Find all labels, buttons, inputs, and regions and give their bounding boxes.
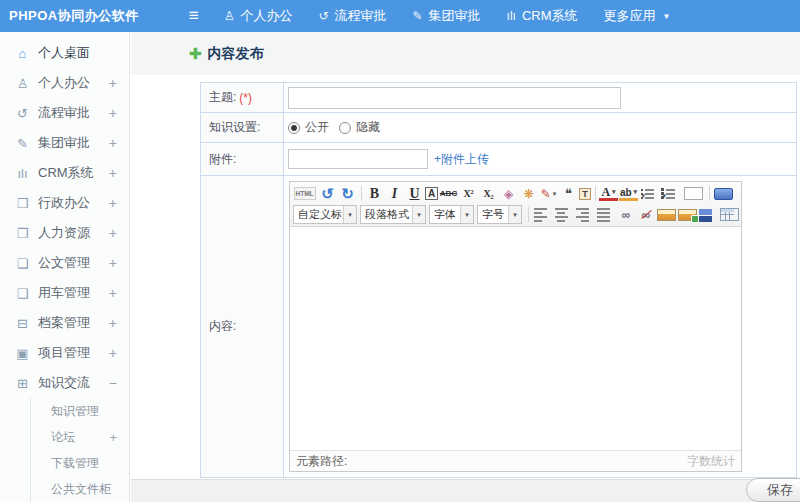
fullscreen-icon[interactable] [714,188,733,200]
table-icon[interactable] [720,208,739,221]
italic-icon[interactable]: I [385,184,404,203]
font-size-select[interactable]: 字号▾ [477,205,522,224]
dropdown-arrow-icon: ▾ [412,206,425,223]
sidebar-subitem-download-management[interactable]: 下载管理 [31,450,129,476]
radio-hidden[interactable] [339,122,351,134]
sidebar-item-group-approval[interactable]: ✎集团审批+ [0,128,129,158]
sidebar-item-personal-office[interactable]: ♙个人办公+ [0,68,129,98]
expand-icon[interactable]: + [109,430,117,445]
clean-format-icon[interactable]: ❋ [519,184,538,203]
new-page-icon[interactable] [684,187,703,200]
eraser-icon[interactable]: ◈ [499,184,518,203]
editor-content-area[interactable] [290,227,741,450]
dropdown-arrow-icon: ▾ [642,192,646,199]
redo-icon[interactable]: ↻ [338,184,357,203]
sidebar-item-document-management[interactable]: ❏公文管理+ [0,248,129,278]
unlink-icon[interactable]: ∞ [637,205,656,224]
user-icon: ♙ [224,9,235,23]
radio-public-label[interactable]: 公开 [305,119,329,136]
align-center-icon[interactable] [554,207,573,222]
element-path-label: 元素路径: [296,453,347,470]
blockquote-icon[interactable]: ❝ [559,184,578,203]
topbar-item-label: 个人办公 [240,7,292,25]
font-color-icon[interactable]: A▾ [599,186,618,201]
user-icon: ♙ [14,76,31,91]
undo-icon[interactable]: ↺ [318,184,337,203]
expand-icon[interactable]: + [109,345,117,361]
ordered-list-icon[interactable]: ▾ [640,186,659,201]
attachment-upload-link[interactable]: +附件上传 [434,151,489,168]
superscript-icon[interactable]: X² [459,184,478,203]
subscript-icon[interactable]: X₂ [479,184,498,203]
sidebar-subitem-public-file-cabinet[interactable]: 公共文件柜 [31,476,129,502]
save-button[interactable]: 保存 [746,478,800,502]
expand-icon[interactable]: + [109,135,117,151]
insert-image-icon[interactable] [678,209,697,221]
sidebar-subitem-knowledge-management[interactable]: 知识管理 [31,398,129,424]
add-icon: ✚ [189,45,202,63]
align-right-icon[interactable] [575,207,594,222]
knowledge-label-text: 知识设置: [209,119,260,136]
briefcase-icon: ❒ [14,196,31,211]
sidebar-item-knowledge-exchange[interactable]: ⊞知识交流− [0,368,129,398]
underline-icon[interactable]: U [405,184,424,203]
sidebar-subitem-label: 论坛 [51,429,75,446]
align-justify-icon[interactable] [596,207,615,222]
bordered-text-icon[interactable]: A [425,187,438,200]
bold-icon[interactable]: B [365,184,384,203]
sidebar-item-admin-office[interactable]: ❒行政办公+ [0,188,129,218]
expand-icon[interactable]: + [109,105,117,121]
expand-icon[interactable]: + [109,165,117,181]
expand-icon[interactable]: + [109,315,117,331]
home-icon: ⌂ [14,46,31,61]
process-icon: ↺ [14,106,31,121]
expand-icon[interactable]: + [109,195,117,211]
image-icon[interactable] [657,209,676,221]
toolbar-separator [361,186,362,201]
paste-text-icon[interactable]: T [579,188,591,200]
sidebar-item-workflow-approval[interactable]: ↺流程审批+ [0,98,129,128]
radio-hidden-label[interactable]: 隐藏 [356,119,380,136]
topbar-item-group-approval[interactable]: ✎集团审批 [399,0,493,32]
sidebar-item-label: 用车管理 [38,284,90,302]
expand-icon[interactable]: + [109,225,117,241]
sidebar-list: ⌂个人桌面♙个人办公+↺流程审批+✎集团审批+ılıCRM系统+❒行政办公+❐人… [0,38,129,398]
sidebar-subitem-forum[interactable]: 论坛+ [31,424,129,450]
sidebar-item-archive-management[interactable]: ⊟档案管理+ [0,308,129,338]
main-content: ✚ 内容发布 主题: (*) 知识设置: 公开 [131,32,800,502]
collapse-icon[interactable]: − [109,375,117,391]
sidebar-item-vehicle-management[interactable]: ❑用车管理+ [0,278,129,308]
topbar-item-more-apps[interactable]: 更多应用▼ [591,0,684,32]
dropdown-arrow-icon: ▾ [460,206,473,223]
radio-public[interactable] [288,122,300,134]
link-icon[interactable]: ∞ [617,205,636,224]
html-source-icon[interactable]: HTML [294,187,316,200]
highlight-color-icon[interactable]: ab▾ [619,186,638,201]
sidebar-item-crm-system[interactable]: ılıCRM系统+ [0,158,129,188]
strikethrough-icon[interactable]: ABC [439,184,458,203]
sidebar-item-label: 人力资源 [38,224,90,242]
paragraph-format-select[interactable]: 段落格式▾ [360,205,426,224]
unordered-list-icon[interactable]: ▾ [661,186,680,201]
topbar-item-personal-office[interactable]: ♙个人办公 [211,0,306,32]
topbar-item-workflow-approval[interactable]: ↺流程审批 [305,0,399,32]
font-family-select[interactable]: 字体▾ [429,205,474,224]
expand-icon[interactable]: + [109,255,117,271]
expand-icon[interactable]: + [109,75,117,91]
sidebar-item-project-management[interactable]: ▣项目管理+ [0,338,129,368]
sidebar-item-human-resources[interactable]: ❐人力资源+ [0,218,129,248]
media-icon[interactable] [699,208,718,222]
attachment-input[interactable] [288,149,428,169]
toolbar-row1: HTML↺↻BIUAABCX²X₂◈❋✎▾❝TA▾ab▾▾▾ [293,183,738,204]
align-left-icon[interactable] [533,207,552,222]
subject-field [284,83,796,112]
hamburger-menu-icon[interactable]: ≡ [189,0,199,32]
heading-select[interactable]: 自定义标题▾ [293,205,357,224]
subject-input[interactable] [288,87,621,109]
topbar-item-crm-system[interactable]: ılıCRM系统 [494,0,591,32]
sidebar-item-personal-desktop[interactable]: ⌂个人桌面 [0,38,129,68]
expand-icon[interactable]: + [109,285,117,301]
select-value: 字体 [430,207,460,222]
format-painter-icon[interactable]: ✎▾ [539,184,558,203]
caret-down-icon: ▼ [663,12,671,21]
